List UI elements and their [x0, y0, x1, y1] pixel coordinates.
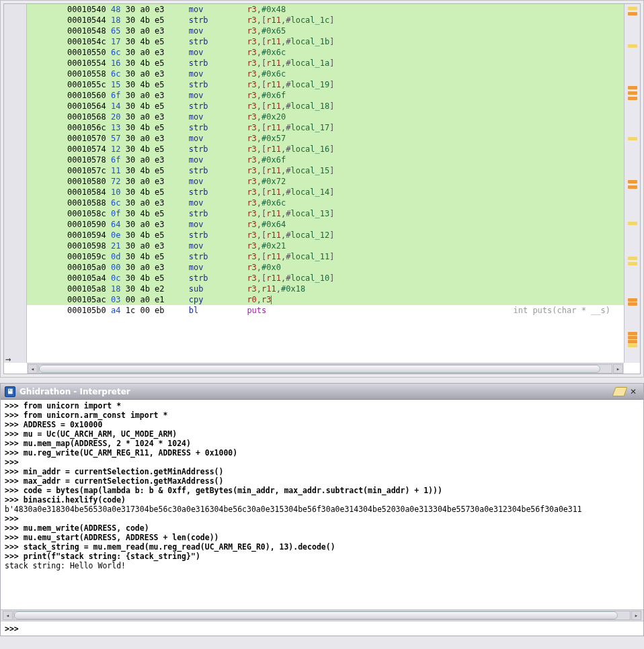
mnemonic: strb — [189, 273, 247, 283]
disasm-row[interactable]: 0001054c 17 30 4b e5 strb r3,[r11,#local… — [27, 36, 624, 47]
clear-console-button[interactable] — [614, 386, 626, 397]
scroll-right-button[interactable]: ▸ — [631, 611, 641, 620]
scroll-thumb[interactable] — [39, 365, 600, 373]
horizontal-scrollbar[interactable]: ◂ ▸ — [27, 363, 624, 374]
scroll-left-button[interactable]: ◂ — [28, 364, 38, 374]
operand: ] — [329, 58, 334, 68]
scroll-thumb[interactable] — [14, 611, 618, 619]
console-input-line: >>> from unicorn.arm_const import * — [5, 410, 639, 420]
disasm-row[interactable]: 00010544 18 30 4b e5 strb r3,[r11,#local… — [27, 15, 624, 26]
disasm-row[interactable]: 000105a8 18 30 4b e2 sub r3,r11,#0x18 — [27, 284, 624, 294]
overview-marker[interactable] — [628, 185, 637, 189]
disasm-row[interactable]: 000105a0 00 30 a0 e3 mov r3,#0x0 — [27, 262, 624, 273]
operand: r3 — [247, 230, 256, 240]
scroll-track[interactable] — [13, 611, 631, 620]
operand: , — [276, 284, 281, 294]
console-output[interactable]: >>> from unicorn import *>>> from unicor… — [1, 400, 643, 609]
disasm-row[interactable]: 00010598 21 30 a0 e3 mov r3,#0x21 — [27, 241, 624, 251]
byte: a0 — [140, 198, 155, 208]
operand: r11 — [266, 230, 281, 240]
disasm-row[interactable]: 000105ac 03 00 a0 e1 cpy r0,r3 — [27, 294, 624, 305]
byte: 17 — [111, 37, 126, 46]
overview-marker[interactable] — [628, 302, 637, 306]
overview-marker[interactable] — [628, 12, 637, 15]
disasm-row[interactable]: 00010548 65 30 a0 e3 mov r3,#0x65 — [27, 26, 624, 36]
overview-marker[interactable] — [628, 332, 637, 335]
interpreter-body: >>> from unicorn import *>>> from unicor… — [1, 400, 643, 636]
overview-marker[interactable] — [628, 344, 637, 347]
byte: 30 — [126, 284, 140, 294]
prompt: >>> — [5, 458, 24, 467]
operand: , — [257, 155, 261, 165]
operand: r3 — [247, 209, 256, 218]
mnemonic: mov — [189, 5, 247, 14]
prompt: >>> — [5, 439, 24, 448]
disasm-row[interactable]: 0001056c 13 30 4b e5 strb r3,[r11,#local… — [27, 122, 624, 133]
disasm-row[interactable]: 00010588 6c 30 a0 e3 mov r3,#0x6c — [27, 198, 624, 208]
scroll-left-button[interactable]: ◂ — [3, 611, 13, 620]
operand: r3 — [247, 134, 256, 143]
byte: 4b — [140, 58, 155, 68]
overview-marker[interactable] — [628, 137, 637, 140]
scroll-right-button[interactable]: ▸ — [613, 364, 623, 374]
overview-marker[interactable] — [628, 7, 637, 10]
close-panel-button[interactable]: ✕ — [627, 386, 639, 397]
disassembly-listing[interactable]: 00010540 48 30 a0 e3 mov r3,#0x480001054… — [27, 4, 624, 363]
overview-marker[interactable] — [628, 257, 637, 260]
byte: 30 — [126, 134, 140, 143]
disasm-row[interactable]: 00010570 57 30 a0 e3 mov r3,#0x57 — [27, 133, 624, 144]
overview-marker[interactable] — [628, 86, 637, 89]
byte: 15 — [111, 80, 126, 89]
disasm-row[interactable]: 0001058c 0f 30 4b e5 strb r3,[r11,#local… — [27, 208, 624, 219]
operand: #0x57 — [261, 134, 286, 143]
console-input-line: >>> ADDRESS = 0x10000 — [5, 420, 639, 429]
operand: #0x6c — [261, 48, 286, 57]
byte: 30 — [126, 101, 140, 111]
input-text: mu.mem_write(ADDRESS, code) — [24, 523, 149, 533]
mnemonic: strb — [189, 209, 247, 218]
disasm-row[interactable]: 00010574 12 30 4b e5 strb r3,[r11,#local… — [27, 144, 624, 155]
overview-marker[interactable] — [628, 336, 637, 339]
scroll-track[interactable] — [38, 364, 612, 374]
interpreter-titlebar[interactable]: 🖥 Ghidrathon - Interpreter ✕ — [1, 384, 643, 400]
operand: ] — [329, 252, 334, 261]
overview-ruler[interactable] — [624, 4, 640, 363]
repl-input[interactable] — [22, 624, 639, 634]
overview-marker[interactable] — [628, 340, 637, 343]
overview-marker[interactable] — [628, 44, 637, 48]
overview-marker[interactable] — [628, 298, 637, 302]
disasm-row[interactable]: 00010568 20 30 a0 e3 mov r3,#0x20 — [27, 112, 624, 122]
disasm-row[interactable]: 00010540 48 30 a0 e3 mov r3,#0x48 — [27, 4, 624, 15]
address: 000105a8 — [67, 284, 111, 294]
operand: r3 — [247, 273, 256, 283]
operand: , — [257, 26, 261, 36]
byte: 4b — [140, 80, 155, 89]
disasm-row[interactable]: 00010580 72 30 a0 e3 mov r3,#0x72 — [27, 176, 624, 187]
disasm-row[interactable]: 0001059c 0d 30 4b e5 strb r3,[r11,#local… — [27, 251, 624, 262]
disasm-row[interactable]: 00010594 0e 30 4b e5 strb r3,[r11,#local… — [27, 230, 624, 241]
console-scrollbar[interactable]: ◂ ▸ — [1, 609, 643, 621]
console-input-line: >>> — [5, 514, 639, 523]
disasm-row[interactable]: 00010560 6f 30 a0 e3 mov r3,#0x6f — [27, 90, 624, 101]
overview-marker[interactable] — [628, 180, 637, 183]
operand: ] — [329, 209, 334, 218]
disasm-row[interactable]: 00010564 14 30 4b e5 strb r3,[r11,#local… — [27, 101, 624, 112]
overview-marker[interactable] — [628, 222, 637, 225]
overview-marker[interactable] — [628, 262, 637, 265]
disasm-row[interactable]: 00010584 10 30 4b e5 strb r3,[r11,#local… — [27, 187, 624, 198]
disasm-row[interactable]: 000105b0 a4 1c 00 eb bl putsint puts(cha… — [27, 305, 624, 316]
overview-marker[interactable] — [628, 97, 637, 100]
disasm-row[interactable]: 000105a4 0c 30 4b e5 strb r3,[r11,#local… — [27, 273, 624, 284]
disasm-row[interactable]: 00010550 6c 30 a0 e3 mov r3,#0x6c — [27, 47, 624, 58]
overview-marker[interactable] — [628, 91, 637, 95]
mnemonic: strb — [189, 101, 247, 111]
disasm-row[interactable]: 00010554 16 30 4b e5 strb r3,[r11,#local… — [27, 58, 624, 69]
disasm-row[interactable]: 00010578 6f 30 a0 e3 mov r3,#0x6f — [27, 155, 624, 165]
prompt: >>> — [5, 467, 24, 476]
disasm-row[interactable]: 00010558 6c 30 a0 e3 mov r3,#0x6c — [27, 69, 624, 79]
disasm-row[interactable]: 00010590 64 30 a0 e3 mov r3,#0x64 — [27, 219, 624, 230]
prompt: >>> — [5, 476, 24, 486]
byte: 0c — [111, 273, 126, 283]
disasm-row[interactable]: 0001055c 15 30 4b e5 strb r3,[r11,#local… — [27, 79, 624, 90]
disasm-row[interactable]: 0001057c 11 30 4b e5 strb r3,[r11,#local… — [27, 165, 624, 176]
